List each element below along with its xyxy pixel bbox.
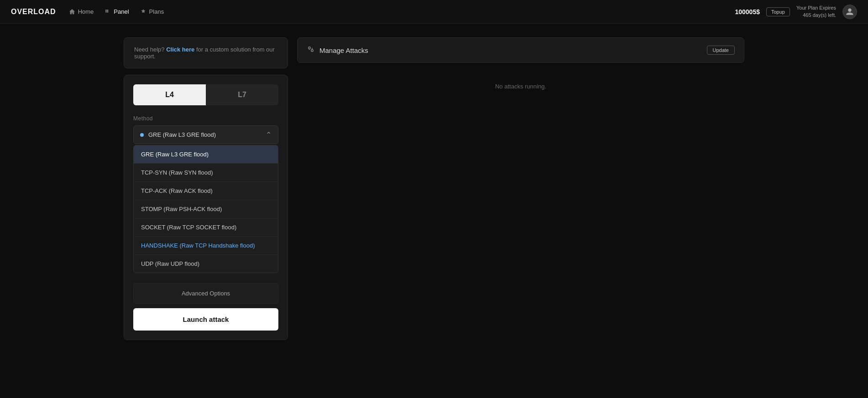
navbar: OVERLOAD Home Panel Plans <box>0 0 868 24</box>
manage-attacks-title: Manage Attacks <box>319 47 368 54</box>
main-content: Need help? Click here for a custom solut… <box>115 24 753 354</box>
chevron-up-icon: ⌃ <box>266 130 272 139</box>
days-left-label: 465 day(s) left. <box>803 12 836 18</box>
method-dropdown-list: GRE (Raw L3 GRE flood) TCP-SYN (Raw SYN … <box>133 145 278 273</box>
launch-attack-button[interactable]: Launch attack <box>133 308 278 331</box>
update-button[interactable]: Update <box>707 46 735 55</box>
nav-link-home[interactable]: Home <box>69 8 94 15</box>
method-item-tcp-syn[interactable]: TCP-SYN (Raw SYN flood) <box>134 164 278 182</box>
svg-point-4 <box>309 47 311 49</box>
topup-button[interactable]: Topup <box>766 7 790 16</box>
navbar-left: OVERLOAD Home Panel Plans <box>11 8 164 16</box>
method-item-handshake[interactable]: HANDSHAKE (Raw TCP Handshake flood) <box>134 237 278 255</box>
panel-icon <box>105 9 111 15</box>
nav-link-plans[interactable]: Plans <box>140 8 164 15</box>
nav-link-home-label: Home <box>78 8 94 15</box>
balance-display: 100005$ <box>735 8 760 16</box>
tab-l4[interactable]: L4 <box>133 84 206 105</box>
manage-attacks-card: Manage Attacks Update <box>297 37 744 63</box>
method-item-stomp[interactable]: STOMP (Raw PSH-ACK flood) <box>134 200 278 218</box>
svg-point-3 <box>107 11 109 12</box>
svg-point-0 <box>106 10 107 11</box>
nav-link-panel-label: Panel <box>114 8 129 15</box>
attack-card: L4 L7 Method GRE (Raw L3 GRE flood) ⌃ GR… <box>124 75 288 340</box>
manage-card-left: Manage Attacks <box>307 45 368 55</box>
dropdown-selected-value: GRE (Raw L3 GRE flood) <box>148 131 216 138</box>
no-attacks-text: No attacks running. <box>297 69 744 103</box>
dropdown-header-left: GRE (Raw L3 GRE flood) <box>140 131 216 138</box>
layer-tabs: L4 L7 <box>133 84 278 105</box>
svg-point-2 <box>106 11 107 12</box>
dropdown-dot <box>140 133 144 137</box>
tab-l7[interactable]: L7 <box>206 84 278 105</box>
right-column: Manage Attacks Update No attacks running… <box>297 37 744 340</box>
nav-links: Home Panel Plans <box>69 8 164 15</box>
home-icon <box>69 9 75 15</box>
method-item-tcp-ack[interactable]: TCP-ACK (Raw ACK flood) <box>134 182 278 200</box>
navbar-right: 100005$ Topup Your Plan Expires 465 day(… <box>735 5 857 19</box>
method-item-gre[interactable]: GRE (Raw L3 GRE flood) <box>134 145 278 164</box>
user-icon <box>846 8 854 16</box>
method-dropdown-header[interactable]: GRE (Raw L3 GRE flood) ⌃ <box>133 125 278 144</box>
app-logo: OVERLOAD <box>11 8 56 16</box>
plans-icon <box>140 9 146 15</box>
account-info: Your Plan Expires 465 day(s) left. <box>796 5 836 19</box>
left-column: Need help? Click here for a custom solut… <box>124 37 288 340</box>
method-item-socket[interactable]: SOCKET (Raw TCP SOCKET flood) <box>134 218 278 237</box>
manage-attacks-icon <box>307 45 315 55</box>
method-item-udp[interactable]: UDP (Raw UDP flood) <box>134 255 278 273</box>
help-click-here[interactable]: Click here <box>166 46 194 53</box>
account-expires-label: Your Plan Expires <box>796 5 836 10</box>
avatar[interactable] <box>842 5 857 19</box>
nav-link-panel[interactable]: Panel <box>105 8 129 15</box>
svg-point-1 <box>107 10 109 11</box>
help-text-before: Need help? <box>134 46 165 53</box>
help-banner: Need help? Click here for a custom solut… <box>124 37 288 68</box>
svg-point-5 <box>311 50 314 52</box>
method-label: Method <box>133 115 278 122</box>
advanced-options-button[interactable]: Advanced Options <box>133 283 278 304</box>
nav-link-plans-label: Plans <box>149 8 164 15</box>
